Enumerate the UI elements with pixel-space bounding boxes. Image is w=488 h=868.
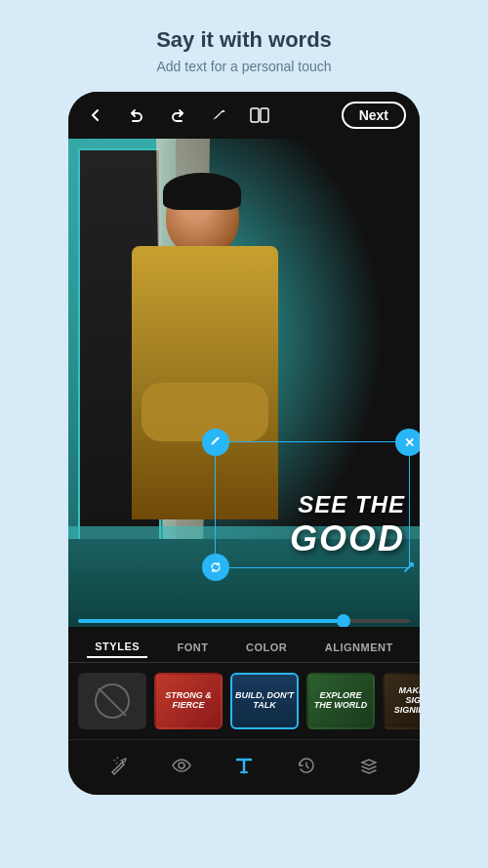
svg-point-2 (179, 763, 184, 768)
svg-rect-1 (261, 108, 268, 122)
rotate-handle[interactable] (202, 554, 229, 581)
page-subtitle: Add text for a personal touch (156, 59, 332, 74)
tab-alignment[interactable]: ALIGNMENT (317, 638, 401, 657)
undo-button[interactable] (123, 102, 150, 129)
tile-explore-label: EXPLORE THE WORLD (308, 689, 373, 713)
text-overlay-box[interactable]: ✕ SEE THE GOOD (215, 441, 410, 568)
svg-rect-0 (251, 108, 259, 122)
overlay-line2: GOOD (290, 518, 405, 559)
text-button[interactable] (228, 750, 260, 781)
styles-row: STRONG & FIERCE BUILD, DON'T TALK EXPLOR… (68, 663, 420, 739)
compare-button[interactable] (246, 102, 273, 129)
edit-handle[interactable] (202, 429, 229, 456)
overlay-line1: SEE THE (290, 491, 405, 518)
style-tile-explore[interactable]: EXPLORE THE WORLD (306, 673, 375, 729)
top-bar: Next (68, 92, 420, 139)
layers-button[interactable] (353, 750, 385, 781)
slider[interactable] (78, 619, 410, 623)
edit-button[interactable] (205, 102, 232, 129)
tile-make-label: MAKE IT SIG... SIGNIFIC... (385, 684, 420, 718)
magic-wand-button[interactable] (103, 750, 135, 781)
style-tile-build[interactable]: BUILD, DON'T TALK (230, 673, 299, 729)
tabs-row: STYLES FONT COLOR ALIGNMENT (68, 627, 420, 663)
history-button[interactable] (291, 750, 322, 781)
style-tile-make[interactable]: MAKE IT SIG... SIGNIFIC... (383, 673, 420, 729)
preview-button[interactable] (166, 750, 197, 781)
tile-build-label: BUILD, DON'T TALK (232, 689, 297, 713)
tab-color[interactable]: COLOR (238, 638, 295, 657)
close-handle[interactable]: ✕ (395, 429, 420, 456)
next-button[interactable]: Next (342, 102, 406, 129)
redo-button[interactable] (164, 102, 191, 129)
image-area: ✕ SEE THE GOOD (68, 139, 420, 627)
page-title: Say it with words (156, 27, 332, 53)
style-tile-none[interactable] (78, 673, 146, 729)
overlay-text: SEE THE GOOD (290, 491, 405, 559)
back-button[interactable] (82, 102, 109, 129)
bottom-icons-bar (68, 739, 420, 795)
bottom-section: STYLES FONT COLOR ALIGNMENT STRONG & FIE… (68, 627, 420, 795)
style-tile-strong[interactable]: STRONG & FIERCE (154, 673, 223, 729)
tile-strong-label: STRONG & FIERCE (156, 689, 221, 713)
tab-styles[interactable]: STYLES (87, 637, 147, 658)
phone-frame: Next (68, 92, 420, 795)
no-style-icon (95, 683, 130, 719)
tab-font[interactable]: FONT (170, 638, 217, 657)
